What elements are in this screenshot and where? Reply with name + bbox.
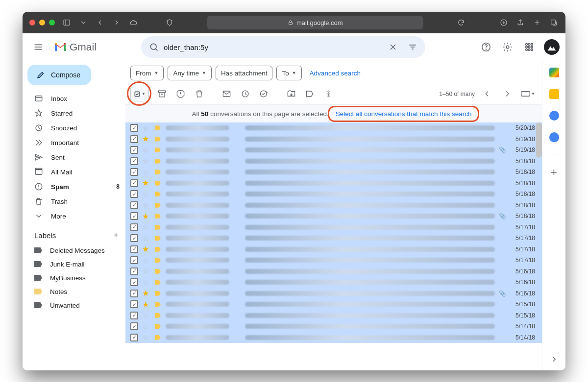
importance-icon[interactable] — [155, 159, 161, 164]
close-window[interactable] — [29, 20, 35, 25]
importance-icon[interactable] — [155, 324, 161, 329]
importance-icon[interactable] — [155, 214, 161, 219]
label-unwanted[interactable]: Unwanted — [25, 298, 125, 312]
report-spam-icon[interactable] — [172, 85, 189, 103]
add-label-icon[interactable]: + — [113, 230, 119, 241]
clear-search-icon[interactable] — [383, 42, 403, 52]
add-addon-icon[interactable]: + — [551, 166, 557, 179]
filter-to[interactable]: To▼ — [276, 66, 301, 80]
row-checkbox[interactable] — [130, 190, 138, 198]
star-icon[interactable]: ☆ — [141, 333, 150, 342]
share-icon[interactable] — [515, 18, 525, 27]
importance-icon[interactable] — [155, 258, 161, 263]
star-icon[interactable]: ☆ — [141, 146, 150, 155]
message-row[interactable]: ☆5/18/18 — [125, 200, 542, 211]
star-icon[interactable]: ★ — [141, 289, 150, 298]
download-icon[interactable] — [499, 18, 509, 27]
calendar-icon[interactable] — [549, 68, 559, 77]
star-icon[interactable]: ☆ — [141, 200, 150, 210]
star-icon[interactable]: ☆ — [141, 322, 150, 331]
message-row[interactable]: ☆5/18/18 — [125, 167, 542, 178]
star-icon[interactable]: ☆ — [141, 234, 150, 243]
sidebar-item-sent[interactable]: Sent — [25, 150, 125, 165]
search-icon[interactable] — [144, 42, 164, 52]
importance-icon[interactable] — [155, 225, 161, 230]
contacts-icon[interactable] — [549, 132, 559, 142]
message-row[interactable]: ☆5/16/18 — [125, 277, 542, 288]
row-checkbox[interactable] — [130, 300, 138, 308]
message-row[interactable]: ☆5/17/18 — [125, 222, 542, 233]
message-row[interactable]: ☆5/14/18 — [125, 332, 542, 343]
message-row[interactable]: ☆5/15/18 — [125, 310, 542, 321]
star-icon[interactable]: ☆ — [141, 267, 150, 276]
keep-icon[interactable] — [549, 89, 559, 99]
row-checkbox[interactable] — [130, 212, 138, 220]
address-bar[interactable]: mail.google.com — [207, 16, 423, 29]
select-all-matching-link[interactable]: Select all conversations that match this… — [336, 110, 472, 118]
row-checkbox[interactable] — [130, 312, 138, 319]
row-checkbox[interactable] — [130, 234, 138, 242]
mark-unread-icon[interactable] — [218, 85, 235, 103]
sidebar-item-more[interactable]: More — [25, 209, 125, 223]
select-all-checkbox[interactable]: ▼ — [130, 87, 149, 101]
importance-icon[interactable] — [155, 313, 161, 318]
row-checkbox[interactable] — [130, 201, 138, 209]
search-input[interactable] — [164, 43, 383, 51]
row-checkbox[interactable] — [130, 267, 138, 275]
importance-icon[interactable] — [155, 236, 161, 241]
page-next-icon[interactable] — [498, 85, 516, 103]
star-icon[interactable]: ★ — [141, 300, 150, 309]
row-checkbox[interactable] — [130, 278, 138, 286]
label-junk-e-mail[interactable]: Junk E-mail — [25, 257, 125, 271]
importance-icon[interactable] — [155, 335, 161, 340]
maximize-window[interactable] — [49, 20, 55, 25]
star-icon[interactable]: ★ — [141, 134, 150, 144]
row-checkbox[interactable] — [130, 334, 138, 341]
importance-icon[interactable] — [155, 269, 161, 274]
label-mybusiness[interactable]: MyBusiness — [25, 271, 125, 285]
sidebar-item-starred[interactable]: Starred — [25, 106, 125, 121]
message-row[interactable]: ☆5/16/18 — [125, 266, 542, 277]
importance-icon[interactable] — [155, 203, 161, 208]
label-deleted-messages[interactable]: Deleted Messages — [25, 243, 125, 257]
star-icon[interactable]: ☆ — [141, 156, 150, 166]
apps-icon[interactable] — [519, 37, 539, 57]
more-icon[interactable] — [319, 85, 337, 103]
star-icon[interactable]: ★ — [141, 212, 150, 221]
importance-icon[interactable] — [155, 192, 161, 196]
main-menu-icon[interactable] — [28, 37, 48, 57]
star-icon[interactable]: ☆ — [141, 256, 150, 265]
collapse-panel-icon[interactable] — [550, 355, 559, 365]
add-task-icon[interactable] — [255, 85, 272, 103]
message-row[interactable]: ☆5/18/18 — [125, 189, 542, 200]
star-icon[interactable]: ☆ — [141, 190, 150, 199]
row-checkbox[interactable] — [130, 245, 138, 253]
message-row[interactable]: ★📎5/16/18 — [125, 288, 542, 299]
sidebar-item-inbox[interactable]: Inbox — [25, 91, 125, 106]
message-row[interactable]: ☆5/20/18 — [125, 122, 542, 134]
forward-icon[interactable] — [112, 18, 122, 27]
row-checkbox[interactable] — [130, 124, 138, 132]
message-row[interactable]: ★5/18/18 — [125, 178, 542, 189]
message-row[interactable]: ★5/17/18 — [125, 244, 542, 255]
tabs-icon[interactable] — [549, 18, 559, 27]
delete-icon[interactable] — [190, 85, 208, 103]
star-icon[interactable]: ★ — [141, 178, 150, 188]
support-icon[interactable] — [476, 37, 496, 57]
importance-icon[interactable] — [155, 170, 161, 174]
row-checkbox[interactable] — [130, 179, 138, 187]
message-row[interactable]: ★5/19/18 — [125, 134, 542, 145]
importance-icon[interactable] — [155, 137, 161, 142]
message-row[interactable]: ★📎5/18/18 — [125, 211, 542, 222]
gmail-logo[interactable]: Gmail — [53, 41, 136, 53]
move-to-icon[interactable] — [282, 85, 300, 103]
scrollbar-thumb[interactable] — [536, 122, 542, 158]
labels-icon[interactable] — [301, 85, 318, 103]
archive-icon[interactable] — [153, 85, 171, 103]
star-icon[interactable]: ☆ — [141, 311, 150, 320]
advanced-search-link[interactable]: Advanced search — [310, 70, 361, 77]
settings-icon[interactable] — [498, 37, 517, 57]
page-prev-icon[interactable] — [478, 85, 495, 103]
sidebar-item-spam[interactable]: Spam8 — [25, 179, 125, 194]
star-icon[interactable]: ★ — [141, 244, 150, 254]
